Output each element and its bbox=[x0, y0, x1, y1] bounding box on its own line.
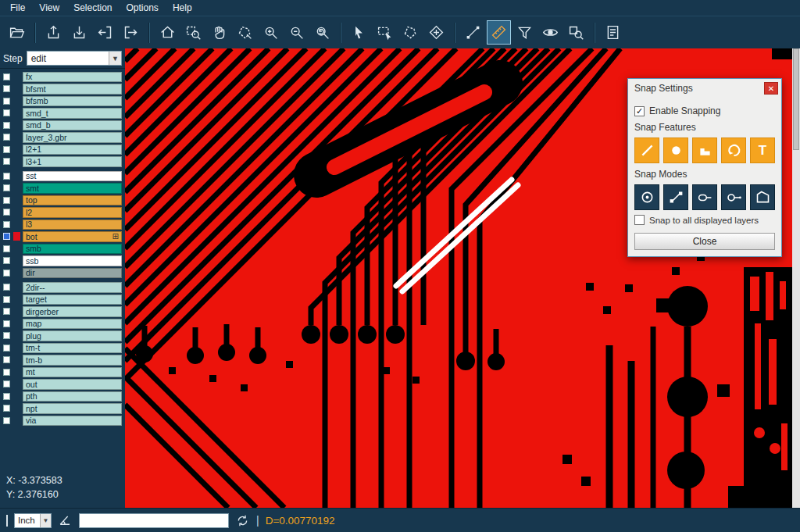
layer-row-l3+1[interactable]: l3+1 bbox=[0, 156, 125, 168]
layer-checkbox[interactable] bbox=[3, 308, 10, 315]
layer-checkbox[interactable] bbox=[3, 417, 10, 424]
layer-grid-icon[interactable]: ⊞ bbox=[112, 233, 119, 241]
layer-checkbox[interactable] bbox=[3, 134, 10, 141]
layer-name-bar[interactable]: via bbox=[23, 416, 122, 427]
layer-checkbox[interactable] bbox=[3, 393, 10, 400]
layer-checkbox[interactable] bbox=[3, 109, 10, 116]
snap-slot-center-button[interactable] bbox=[721, 184, 746, 210]
layer-name-bar[interactable]: fx bbox=[23, 72, 122, 83]
home-view-icon[interactable] bbox=[155, 20, 180, 45]
layer-checkbox[interactable] bbox=[3, 158, 10, 165]
layer-name-bar[interactable]: bfsmb bbox=[23, 96, 122, 107]
layer-row-l2+1[interactable]: l2+1 bbox=[0, 144, 125, 155]
layer-name-bar[interactable]: bot⊞ bbox=[23, 231, 122, 242]
snap-endpoint-button[interactable] bbox=[663, 184, 688, 210]
layer-name-bar[interactable]: map bbox=[23, 319, 122, 330]
zoom-polygon-icon[interactable] bbox=[233, 20, 257, 45]
zoom-out-icon[interactable] bbox=[284, 20, 309, 45]
layer-checkbox[interactable] bbox=[3, 380, 10, 387]
layer-row-smb[interactable]: smb bbox=[0, 243, 125, 255]
layer-name-bar[interactable]: smb bbox=[23, 244, 122, 255]
layer-name-bar[interactable]: 2dir-- bbox=[23, 282, 122, 293]
layer-checkbox[interactable] bbox=[3, 257, 10, 264]
step-select[interactable]: edit ▼ bbox=[27, 51, 122, 66]
layer-row-map[interactable]: map bbox=[0, 318, 125, 330]
layer-row-2dir--[interactable]: 2dir-- bbox=[0, 282, 125, 294]
layer-name-bar[interactable]: smd_b bbox=[23, 120, 122, 131]
snap-outline-button[interactable] bbox=[750, 184, 775, 210]
layer-row-bfsmt[interactable]: bfsmt bbox=[0, 84, 125, 95]
layer-checkbox[interactable] bbox=[3, 197, 10, 204]
snap-pad-button[interactable] bbox=[663, 137, 688, 163]
layer-row-layer_3.gbr[interactable]: layer_3.gbr bbox=[0, 132, 125, 144]
zoom-in-icon[interactable] bbox=[259, 20, 283, 45]
pan-hand-icon[interactable] bbox=[207, 20, 231, 45]
all-layers-checkbox[interactable] bbox=[634, 215, 645, 225]
snap-dialog-titlebar[interactable]: Snap Settings ✕ bbox=[628, 79, 781, 98]
snap-corner-button[interactable] bbox=[692, 137, 717, 163]
layer-row-l3[interactable]: l3 bbox=[0, 219, 125, 230]
layer-checkbox[interactable] bbox=[3, 221, 10, 228]
snap-text-button[interactable]: T bbox=[750, 137, 775, 163]
layer-name-bar[interactable]: pth bbox=[23, 391, 122, 402]
zoom-window-icon[interactable] bbox=[181, 20, 205, 45]
menu-options[interactable]: Options bbox=[120, 2, 166, 13]
highlight-view-icon[interactable] bbox=[538, 20, 562, 45]
layer-checkbox[interactable] bbox=[3, 209, 10, 216]
save-output-icon[interactable] bbox=[119, 20, 143, 45]
layer-row-dir[interactable]: dir bbox=[0, 267, 125, 279]
layer-name-bar[interactable]: smd_t bbox=[23, 108, 122, 119]
snap-arc-button[interactable] bbox=[721, 137, 746, 163]
layer-checkbox[interactable] bbox=[3, 233, 10, 240]
layer-name-bar[interactable]: l3+1 bbox=[23, 156, 122, 167]
snap-center-button[interactable] bbox=[634, 184, 659, 210]
snap-line-button[interactable] bbox=[634, 137, 659, 163]
layer-row-bot[interactable]: bot⊞ bbox=[0, 231, 125, 243]
layer-row-fx[interactable]: fx bbox=[0, 71, 125, 83]
layer-name-bar[interactable]: npt bbox=[23, 403, 122, 414]
layer-checkbox[interactable] bbox=[3, 245, 10, 252]
layer-row-smd_t[interactable]: smd_t bbox=[0, 108, 125, 120]
load-input-icon[interactable] bbox=[93, 20, 117, 45]
layer-row-top[interactable]: top bbox=[0, 195, 125, 206]
layer-checkbox[interactable] bbox=[3, 356, 10, 363]
layer-checkbox[interactable] bbox=[3, 270, 10, 277]
layer-row-pth[interactable]: pth bbox=[0, 391, 125, 402]
layer-row-bfsmb[interactable]: bfsmb bbox=[0, 95, 125, 107]
chevron-down-icon[interactable]: ▼ bbox=[40, 514, 51, 527]
menu-selection[interactable]: Selection bbox=[66, 2, 119, 13]
layer-name-bar[interactable]: l2+1 bbox=[23, 145, 122, 155]
layer-row-npt[interactable]: npt bbox=[0, 403, 125, 415]
layer-name-bar[interactable]: tm-b bbox=[23, 355, 122, 366]
sync-icon[interactable] bbox=[235, 513, 250, 528]
pcb-canvas[interactable]: Snap Settings ✕ Enable Snapping Snap Fea… bbox=[125, 48, 792, 508]
select-diamond-icon[interactable] bbox=[424, 20, 448, 45]
layer-name-bar[interactable]: layer_3.gbr bbox=[23, 132, 122, 143]
layer-row-target[interactable]: target bbox=[0, 294, 125, 305]
filter-icon[interactable] bbox=[512, 20, 537, 45]
layer-checkbox[interactable] bbox=[3, 320, 10, 327]
layer-name-bar[interactable]: smt bbox=[23, 183, 122, 194]
layer-name-bar[interactable]: l2 bbox=[23, 207, 122, 218]
layer-checkbox[interactable] bbox=[3, 85, 10, 92]
menu-view[interactable]: View bbox=[32, 2, 66, 13]
menu-file[interactable]: File bbox=[3, 2, 32, 13]
layer-row-sst[interactable]: sst bbox=[0, 170, 125, 182]
search-objects-icon[interactable] bbox=[564, 20, 588, 45]
layer-checkbox[interactable] bbox=[3, 122, 10, 129]
layer-name-bar[interactable]: tm-t bbox=[23, 343, 122, 354]
report-list-icon[interactable] bbox=[601, 20, 625, 45]
layer-name-bar[interactable]: ssb bbox=[23, 255, 122, 266]
layer-name-bar[interactable]: bfsmt bbox=[23, 84, 122, 95]
open-folder-icon[interactable] bbox=[5, 20, 29, 45]
layer-name-bar[interactable]: dirgerber bbox=[23, 306, 122, 317]
export-job-icon[interactable] bbox=[67, 20, 91, 45]
angle-measure-icon[interactable] bbox=[58, 513, 73, 528]
select-polygon-icon[interactable] bbox=[398, 20, 423, 45]
layer-row-smt[interactable]: smt bbox=[0, 183, 125, 195]
layer-checkbox[interactable] bbox=[3, 345, 10, 352]
layer-row-out[interactable]: out bbox=[0, 379, 125, 391]
measure-ruler-icon[interactable] bbox=[487, 20, 511, 45]
layer-name-bar[interactable]: top bbox=[23, 195, 122, 206]
select-rectangle-icon[interactable] bbox=[373, 20, 397, 45]
